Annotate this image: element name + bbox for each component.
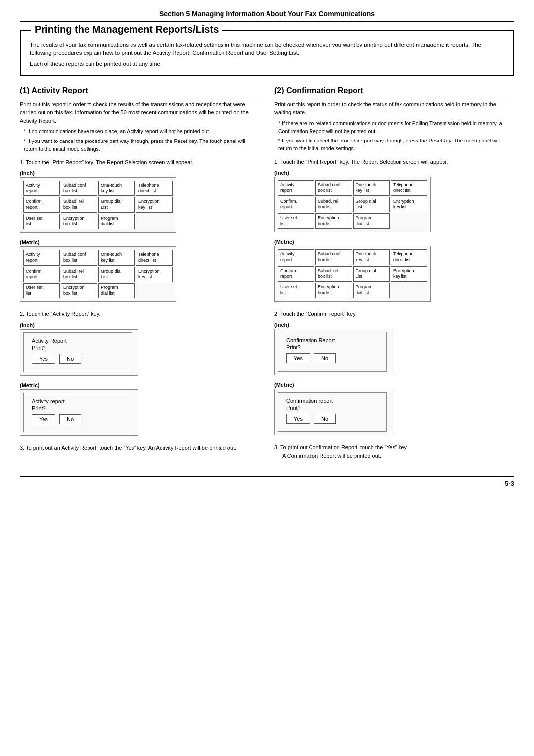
conf-key-activity-report-inch[interactable]: Activityreport: [278, 180, 314, 195]
key-subad-rel-inch[interactable]: Subad. relbox list: [61, 197, 97, 212]
section-header: Section 5 Managing Information About You…: [20, 10, 514, 22]
conf-key-telephone-metric[interactable]: Telephonedirect list: [391, 249, 427, 265]
confirmation-print-inch-inner: Confirmation Report Print? Yes No: [278, 332, 387, 372]
confirmation-inch-keygrid: Activityreport Subad confbox list One-to…: [278, 180, 427, 229]
key-encryption-box-metric[interactable]: Encryptionbox list: [61, 283, 97, 298]
conf-key-encryption-box-inch[interactable]: Encryptionbox list: [315, 213, 352, 229]
activity-print-inch-label: (Inch): [20, 322, 260, 328]
conf-key-empty-inch: [391, 213, 427, 229]
confirmation-no-btn-metric[interactable]: No: [314, 414, 336, 424]
conf-key-group-dial-inch[interactable]: Group dialList: [353, 197, 390, 212]
activity-body: Print out this report in order to check …: [20, 100, 260, 125]
key-telephone-metric[interactable]: Telephonedirect list: [136, 250, 173, 265]
key-program-metric[interactable]: Programdial list: [98, 283, 135, 298]
activity-note1: * If no communications have taken place,…: [24, 128, 260, 136]
key-activity-report-metric[interactable]: Activityreport: [23, 250, 60, 265]
conf-key-confirm-metric[interactable]: Confirm.report: [278, 266, 314, 282]
key-encryption-inch[interactable]: Encryptionkey list: [136, 197, 173, 212]
confirmation-note1: * If there are no related communications…: [278, 120, 514, 136]
confirmation-print-metric-box: Confirmation report Print? Yes No: [274, 389, 393, 435]
confirmation-step1: 1. Touch the “Print Report” key. The Rep…: [274, 158, 514, 166]
activity-print-inch-prompt: Print?: [32, 345, 124, 351]
conf-key-subad-conf-inch[interactable]: Subad confbox list: [315, 180, 352, 195]
key-encryption-metric[interactable]: Encryptionkey list: [136, 267, 173, 282]
activity-inch-keygrid: Activityreport Subad confbox list One-to…: [23, 181, 173, 229]
confirmation-print-inch-box: Confirmation Report Print? Yes No: [274, 329, 393, 375]
chapter-body: The results of your fax communications a…: [30, 41, 504, 68]
activity-step3: 3. To print out an Activity Report, touc…: [20, 444, 260, 452]
activity-no-btn-metric[interactable]: No: [59, 414, 81, 424]
activity-no-btn-inch[interactable]: No: [59, 354, 81, 364]
activity-yes-btn-inch[interactable]: Yes: [32, 354, 55, 364]
conf-key-empty-metric: [391, 283, 427, 298]
key-activity-report-inch[interactable]: Activityreport: [23, 181, 60, 196]
activity-print-metric-inner: Activity report Print? Yes No: [23, 393, 132, 432]
activity-print-metric-title: Activity report: [32, 398, 124, 404]
key-telephone-inch[interactable]: Telephonedirect list: [136, 181, 173, 196]
conf-key-onetouch-inch[interactable]: One-touchkey list: [353, 180, 390, 195]
activity-title: (1) Activity Report: [20, 86, 260, 96]
activity-print-metric-box: Activity report Print? Yes No: [20, 389, 138, 436]
key-confirm-metric[interactable]: Confirm.report: [23, 267, 60, 282]
chapter-intro-1: The results of your fax communications a…: [30, 41, 504, 58]
conf-key-encryption-box-metric[interactable]: Encryptionbox list: [315, 283, 352, 298]
conf-key-activity-report-metric[interactable]: Activityreport: [278, 249, 314, 265]
conf-key-userset-inch[interactable]: User set.list: [278, 213, 314, 229]
confirmation-step2: 2. Touch the “Confirm. report” key.: [274, 310, 514, 318]
key-group-dial-metric[interactable]: Group dialList: [98, 267, 135, 282]
key-onetouch-inch[interactable]: One-touchkey list: [98, 181, 135, 196]
confirmation-metric-screen: Activityreport Subad confbox list One-to…: [274, 246, 431, 301]
key-onetouch-metric[interactable]: One-touchkey list: [98, 250, 135, 265]
confirmation-yes-btn-metric[interactable]: Yes: [286, 414, 310, 424]
key-group-dial-inch[interactable]: Group dialList: [98, 197, 135, 212]
key-subad-conf-metric[interactable]: Subad confbox list: [61, 250, 97, 265]
confirmation-note2: * If you want to cancel the procedure pa…: [278, 137, 514, 153]
conf-key-program-inch[interactable]: Programdial list: [353, 213, 390, 229]
key-subad-conf-inch[interactable]: Subad confbox list: [61, 181, 97, 196]
conf-key-userset-metric[interactable]: User set.list: [278, 283, 314, 298]
key-subad-rel-metric[interactable]: Subad. relbox list: [61, 267, 97, 282]
confirmation-report-col: (2) Confirmation Report Print out this r…: [274, 86, 514, 462]
activity-yes-btn-metric[interactable]: Yes: [32, 414, 55, 424]
activity-step1: 1. Touch the “Print Report” key. The Rep…: [20, 158, 260, 167]
confirmation-print-metric-inner: Confirmation report Print? Yes No: [278, 392, 387, 432]
conf-key-confirm-inch[interactable]: Confirm.report: [278, 197, 314, 212]
activity-metric-keygrid: Activityreport Subad confbox list One-to…: [23, 250, 173, 298]
confirmation-no-btn-inch[interactable]: No: [314, 353, 336, 363]
confirmation-yes-btn-inch[interactable]: Yes: [286, 353, 310, 363]
confirmation-inch-label: (Inch): [274, 170, 514, 176]
conf-key-onetouch-metric[interactable]: One-touchkey list: [353, 249, 390, 265]
confirmation-inch-screen: Activityreport Subad confbox list One-to…: [274, 177, 431, 232]
conf-key-subad-rel-inch[interactable]: Subad. relbox list: [315, 197, 352, 212]
confirmation-print-metric-btns: Yes No: [286, 414, 378, 424]
activity-report-col: (1) Activity Report Print out this repor…: [20, 86, 260, 462]
activity-print-metric-btns: Yes No: [32, 414, 124, 424]
confirmation-print-metric-prompt: Print?: [286, 405, 378, 411]
confirmation-step3: 3. To print out Confirmation Report, tou…: [274, 443, 514, 460]
conf-key-program-metric[interactable]: Programdial list: [353, 283, 390, 298]
activity-metric-label: (Metric): [20, 239, 260, 245]
confirmation-print-metric-title: Confirmation report: [286, 398, 378, 404]
key-program-inch[interactable]: Programdial list: [98, 214, 135, 229]
conf-key-subad-conf-metric[interactable]: Subad confbox list: [315, 249, 352, 265]
chapter-title: Printing the Management Reports/Lists: [31, 24, 222, 35]
activity-print-inch-box: Activity Report Print? Yes No: [20, 329, 138, 376]
confirmation-print-inch-title: Confirmation Report: [286, 337, 378, 343]
confirmation-metric-keygrid: Activityreport Subad confbox list One-to…: [278, 249, 427, 298]
confirmation-step3b-text: A Confirmation Report will be printed ou…: [282, 453, 381, 459]
chapter-intro-2: Each of these reports can be printed out…: [30, 60, 504, 68]
key-userset-metric[interactable]: User set.list: [23, 283, 60, 298]
conf-key-encryption-inch[interactable]: Encryptionkey list: [391, 197, 427, 212]
two-column-layout: (1) Activity Report Print out this repor…: [20, 86, 514, 462]
activity-step2: 2. Touch the “Activity Report” key.: [20, 310, 260, 318]
conf-key-telephone-inch[interactable]: Telephonedirect list: [391, 180, 427, 195]
conf-key-encryption-metric[interactable]: Encryptionkey list: [391, 266, 427, 282]
key-userset-inch[interactable]: User set.list: [23, 214, 60, 229]
conf-key-subad-rel-metric[interactable]: Subad. relbox list: [315, 266, 352, 282]
confirmation-title: (2) Confirmation Report: [274, 86, 514, 96]
conf-key-group-dial-metric[interactable]: Group dialList: [353, 266, 390, 282]
key-encryption-box-inch[interactable]: Encryptionbox list: [61, 214, 97, 229]
key-empty-metric: [136, 283, 173, 298]
key-confirm-inch[interactable]: Confirm.report: [23, 197, 60, 212]
activity-print-inch-title: Activity Report: [32, 338, 124, 344]
